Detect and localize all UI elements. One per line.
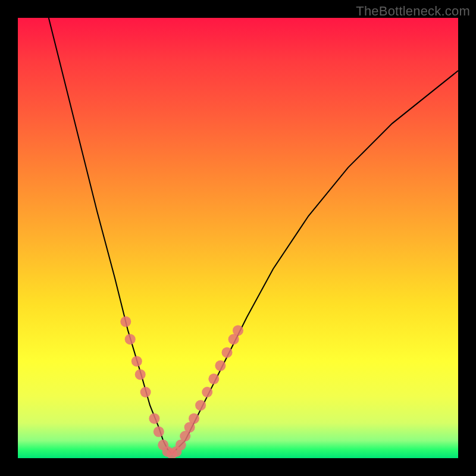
highlight-marker xyxy=(140,387,151,397)
highlight-marker xyxy=(215,361,226,371)
bottleneck-curve xyxy=(49,18,458,454)
plot-area xyxy=(18,18,458,458)
highlight-marker xyxy=(120,317,131,327)
highlight-marker xyxy=(202,387,212,397)
highlight-marker xyxy=(189,413,199,424)
curve-path xyxy=(49,18,458,454)
highlight-marker xyxy=(135,369,146,380)
chart-svg xyxy=(18,18,458,458)
highlight-marker xyxy=(208,374,219,384)
marker-group xyxy=(120,317,243,458)
highlight-marker xyxy=(149,413,159,424)
highlight-marker xyxy=(233,325,243,336)
highlight-marker xyxy=(125,334,136,345)
chart-frame: TheBottleneck.com xyxy=(0,0,476,476)
highlight-marker xyxy=(154,427,164,437)
highlight-marker xyxy=(222,347,233,358)
highlight-marker xyxy=(131,356,142,367)
highlight-marker xyxy=(195,400,206,411)
watermark-text: TheBottleneck.com xyxy=(356,4,470,19)
